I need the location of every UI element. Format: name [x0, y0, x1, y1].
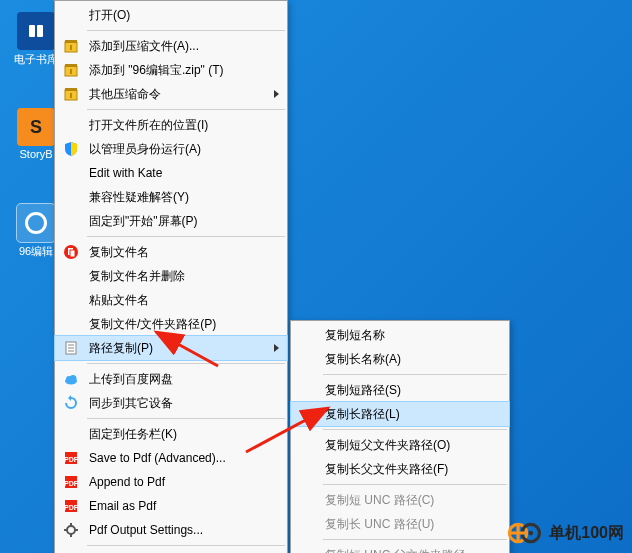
pdf-icon: PDF [59, 496, 83, 516]
context-menu-item-13[interactable]: 复制文件名并删除 [55, 264, 287, 288]
blank-icon [295, 435, 319, 455]
menu-separator [87, 418, 285, 419]
menu-separator [323, 374, 507, 375]
story-icon: S [17, 108, 55, 146]
desktop-icon-storyb[interactable]: S StoryB [14, 108, 58, 160]
context-menu-item-3[interactable]: 添加到 "96编辑宝.zip" (T) [55, 58, 287, 82]
svg-marker-21 [68, 395, 71, 401]
menu-item-label: 固定到任务栏(K) [89, 426, 177, 443]
blank-icon [295, 459, 319, 479]
context-menu-item-7[interactable]: 以管理员身份运行(A) [55, 137, 287, 161]
context-menu-item-15[interactable]: 复制文件/文件夹路径(P) [55, 312, 287, 336]
blank-icon [295, 349, 319, 369]
doc-icon [59, 338, 83, 358]
sync-icon [59, 393, 83, 413]
menu-item-label: 复制文件名并删除 [89, 268, 185, 285]
menu-item-label: 同步到其它设备 [89, 395, 173, 412]
submenu-item-1[interactable]: 复制长名称(A) [291, 347, 509, 371]
submenu-item-7[interactable]: 复制长父文件夹路径(F) [291, 457, 509, 481]
context-menu-item-9[interactable]: 兼容性疑难解答(Y) [55, 185, 287, 209]
menu-item-label: Email as Pdf [89, 499, 156, 513]
menu-item-label: 兼容性疑难解答(Y) [89, 189, 189, 206]
blank-icon [59, 5, 83, 25]
context-menu-item-0[interactable]: 打开(O) [55, 3, 287, 27]
submenu-item-10: 复制长 UNC 路径(U) [291, 512, 509, 536]
svg-text:PDF: PDF [64, 456, 79, 463]
svg-rect-9 [65, 88, 77, 91]
context-menu-item-6[interactable]: 打开文件所在的位置(I) [55, 113, 287, 137]
menu-item-label: 复制长 UNC 路径(U) [325, 516, 434, 533]
context-menu-item-27[interactable]: 使用火绒安全粉碎文件 [55, 549, 287, 553]
svg-point-28 [67, 526, 75, 534]
menu-separator [323, 484, 507, 485]
desktop-icon-label: 96编辑 [14, 244, 58, 259]
svg-rect-0 [29, 25, 35, 37]
blank-icon [295, 545, 319, 553]
logo-text: 单机100网 [549, 523, 624, 544]
archive-icon [59, 36, 83, 56]
context-menu-item-2[interactable]: 添加到压缩文件(A)... [55, 34, 287, 58]
context-menu-item-18[interactable]: 上传到百度网盘 [55, 367, 287, 391]
submenu-item-4[interactable]: 复制长路径(L) [291, 402, 509, 426]
svg-rect-3 [65, 40, 77, 43]
context-menu-item-23[interactable]: PDFAppend to Pdf [55, 470, 287, 494]
context-menu-item-21[interactable]: 固定到任务栏(K) [55, 422, 287, 446]
menu-item-label: 复制长父文件夹路径(F) [325, 461, 448, 478]
context-menu-item-25[interactable]: Pdf Output Settings... [55, 518, 287, 542]
submenu-item-6[interactable]: 复制短父文件夹路径(O) [291, 433, 509, 457]
menu-separator [87, 363, 285, 364]
svg-point-20 [70, 375, 77, 382]
svg-rect-1 [37, 25, 43, 37]
pdf-icon: PDF [59, 448, 83, 468]
path-copy-submenu: 复制短名称复制长名称(A)复制短路径(S)复制长路径(L)复制短父文件夹路径(O… [290, 320, 510, 553]
blank-icon [295, 514, 319, 534]
menu-item-label: 打开(O) [89, 7, 130, 24]
menu-item-label: 复制文件/文件夹路径(P) [89, 316, 216, 333]
submenu-item-3[interactable]: 复制短路径(S) [291, 378, 509, 402]
blank-icon [59, 211, 83, 231]
menu-item-label: 复制长名称(A) [325, 351, 401, 368]
desktop-icon-96editor[interactable]: 96编辑 [14, 204, 58, 259]
menu-item-label: 复制短路径(S) [325, 382, 401, 399]
menu-item-label: 以管理员身份运行(A) [89, 141, 201, 158]
menu-item-label: 复制短 UNC 父文件夹路径 [325, 547, 466, 554]
desktop-icon-label: 电子书库 [14, 52, 58, 67]
archive-icon [59, 60, 83, 80]
context-menu-item-10[interactable]: 固定到"开始"屏幕(P) [55, 209, 287, 233]
menu-separator [323, 429, 507, 430]
svg-point-40 [529, 531, 534, 536]
cloud-icon [59, 369, 83, 389]
menu-separator [87, 30, 285, 31]
desktop-icon-label: StoryB [14, 148, 58, 160]
svg-rect-10 [70, 93, 72, 98]
menu-item-label: 复制长路径(L) [325, 406, 400, 423]
blank-icon [59, 266, 83, 286]
context-menu-item-19[interactable]: 同步到其它设备 [55, 391, 287, 415]
context-menu-item-8[interactable]: Edit with Kate [55, 161, 287, 185]
blank-icon [59, 163, 83, 183]
menu-separator [87, 545, 285, 546]
context-menu-item-14[interactable]: 粘贴文件名 [55, 288, 287, 312]
archive-icon [59, 84, 83, 104]
svg-rect-6 [65, 64, 77, 67]
watermark-logo: 单机100网 [507, 519, 624, 547]
context-menu-item-4[interactable]: 其他压缩命令 [55, 82, 287, 106]
context-menu-item-22[interactable]: PDFSave to Pdf (Advanced)... [55, 446, 287, 470]
context-menu-item-24[interactable]: PDFEmail as Pdf [55, 494, 287, 518]
menu-separator [87, 109, 285, 110]
context-menu-item-12[interactable]: 复制文件名 [55, 240, 287, 264]
svg-rect-7 [70, 69, 72, 74]
desktop-icon-ebook[interactable]: 电子书库 [14, 12, 58, 67]
menu-item-label: Save to Pdf (Advanced)... [89, 451, 226, 465]
menu-item-label: 路径复制(P) [89, 340, 153, 357]
menu-item-label: 上传到百度网盘 [89, 371, 173, 388]
menu-item-label: 添加到压缩文件(A)... [89, 38, 199, 55]
menu-item-label: 复制短 UNC 路径(C) [325, 492, 434, 509]
menu-item-label: 复制短父文件夹路径(O) [325, 437, 450, 454]
menu-item-label: 固定到"开始"屏幕(P) [89, 213, 198, 230]
submenu-item-0[interactable]: 复制短名称 [291, 323, 509, 347]
blank-icon [59, 187, 83, 207]
submenu-item-12: 复制短 UNC 父文件夹路径 [291, 543, 509, 553]
context-menu-item-16[interactable]: 路径复制(P) [55, 336, 287, 360]
menu-item-label: Append to Pdf [89, 475, 165, 489]
